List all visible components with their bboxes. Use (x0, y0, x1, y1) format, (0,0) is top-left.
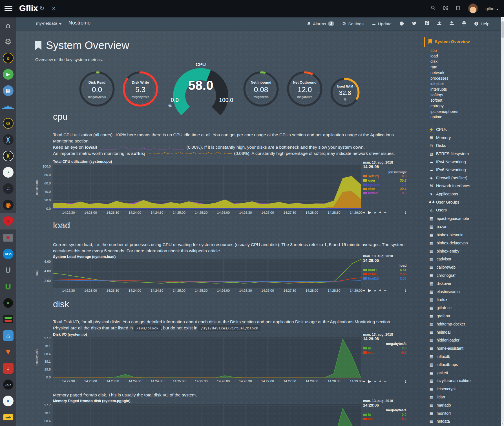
nav-app-item[interactable]: ▦ influxdb (428, 353, 499, 361)
refresh-icon[interactable]: ↻ (39, 0, 45, 17)
jackett-icon[interactable]: ⊙ (0, 115, 16, 131)
nav-app-item[interactable]: ▦ bazarr (428, 223, 499, 231)
zoom-in-icon[interactable]: + (379, 210, 381, 215)
nav-app-item[interactable]: ▦ monitorr (428, 409, 499, 417)
search-icon[interactable] (431, 5, 436, 12)
server-dropdown[interactable]: my-netdata (36, 21, 61, 26)
gitlab-icon[interactable]: ▼ (0, 344, 16, 360)
gauge-used-ram[interactable]: Used RAM 32.8 % (330, 77, 361, 108)
fullscreen-icon[interactable] (443, 5, 448, 12)
scrollbar-thumb[interactable] (501, 21, 504, 38)
nav-app-item[interactable]: ▦ elasticsearch (428, 287, 499, 296)
nav-subitem[interactable]: load (430, 53, 498, 59)
nav-section[interactable]: ⊟ Disks (428, 142, 499, 150)
legend-row[interactable]: in 0.0 (363, 346, 406, 350)
zoom-in-icon[interactable]: + (379, 379, 381, 383)
facebook-icon[interactable] (425, 21, 429, 26)
gauge-net-inbound[interactable]: Net Inbound 0.08 megabits/s (242, 70, 280, 108)
pan-forward-icon[interactable]: » (374, 379, 376, 383)
nav-subitem[interactable]: cpu (430, 48, 498, 53)
download-icon[interactable] (437, 21, 442, 26)
nav-app-item[interactable]: ▦ home-assistant (428, 344, 499, 353)
nav-subitem[interactable]: softirqs (430, 92, 498, 98)
zoom-in-icon[interactable]: + (379, 288, 381, 293)
nav-app-item[interactable]: ▦ netdata (428, 417, 499, 425)
nav-app-item[interactable]: ▦ chronograf (428, 271, 499, 280)
settings-gear-icon[interactable]: ⚙ (0, 34, 16, 50)
gauge-net-outbound[interactable]: Net Outbound 12.0 megabits/s (286, 70, 323, 108)
legend-row[interactable]: iowait 0.0 (363, 191, 406, 195)
nav-app-item[interactable]: ▦ lazylibrarian-calibre (428, 377, 499, 385)
nav-section[interactable]: ♥ Applications (428, 190, 499, 198)
legend-row[interactable]: load1 6.51 (363, 268, 406, 272)
nav-app-item[interactable]: ▦ hiddenloader (428, 336, 499, 344)
lazylibrarian-icon[interactable]: LAZY (0, 376, 16, 393)
pan-backward-icon[interactable]: « (363, 210, 365, 215)
legend-row[interactable]: load15 2.06 (363, 276, 406, 280)
app-x-blue-icon[interactable]: ╳ (0, 131, 16, 148)
monitorr-icon[interactable] (0, 311, 16, 327)
resize-icon[interactable]: ↕ (404, 379, 406, 383)
home-icon[interactable]: ⌂ (0, 17, 16, 34)
nav-subitem[interactable]: disk (430, 59, 498, 64)
update-button[interactable]: ☁Update (371, 21, 392, 27)
pan-forward-icon[interactable]: » (374, 288, 376, 293)
nav-subitem[interactable]: uptime (430, 114, 498, 120)
pan-backward-icon[interactable]: « (363, 379, 365, 383)
upload-icon[interactable] (449, 21, 454, 26)
sabnzbd-icon[interactable]: sab (0, 409, 16, 425)
nav-app-item[interactable]: ▦ mariadb (428, 401, 499, 409)
nav-app-item[interactable]: ▦ influxdb-ups (428, 360, 499, 369)
nav-app-item[interactable]: ▦ lidarr (428, 393, 499, 401)
user-menu[interactable]: gilbn (485, 6, 498, 11)
zoom-out-icon[interactable]: − (384, 210, 386, 215)
tautulli-icon[interactable]: » (0, 50, 16, 66)
nav-app-item[interactable]: ▦ jackett (428, 369, 499, 377)
github-icon[interactable] (399, 21, 404, 27)
nav-section[interactable]: ♟♟ User Groups (428, 198, 499, 206)
unifi-icon[interactable]: U (0, 262, 16, 278)
nav-subitem[interactable]: entropy (430, 103, 498, 109)
legend-row[interactable]: system 2.3 (363, 182, 406, 187)
nav-app-item[interactable]: ▦ binhex-delugevpn (428, 239, 499, 247)
nav-subitem[interactable]: softnet (430, 98, 498, 103)
legend-row[interactable]: nice 20.4 (363, 187, 406, 191)
nav-section[interactable]: ♙ Users (428, 206, 499, 214)
nextcloud-icon[interactable]: oOo (0, 246, 16, 262)
cpu-chart[interactable] (53, 165, 361, 210)
nav-subitem[interactable]: ram (430, 64, 498, 70)
nav-system-overview[interactable]: System Overview (428, 39, 470, 44)
duplicati-icon[interactable]: ◔ (0, 164, 16, 180)
pgpgio-chart[interactable] (53, 404, 361, 426)
zoom-out-icon[interactable]: − (384, 379, 386, 383)
twitter-icon[interactable] (412, 21, 417, 27)
disk-chart[interactable] (53, 337, 361, 378)
legend-row[interactable]: load5 2.68 (363, 272, 406, 276)
settings-button[interactable]: ⚙Settings (342, 21, 363, 27)
nav-app-item[interactable]: ▦ hddtemp-docker (428, 320, 499, 328)
nav-section[interactable]: ▧ BTRFS filesystem (428, 150, 499, 158)
nav-section[interactable]: ☁ IPv6 Networking (428, 166, 499, 174)
youtube-dl-icon[interactable]: ↓ (0, 360, 16, 376)
legend-row[interactable]: user 35.3 (363, 178, 406, 182)
print-icon[interactable] (462, 21, 467, 26)
nav-section[interactable]: ◈ Firewall (netfilter) (428, 174, 499, 182)
nav-subitem[interactable]: ipc semaphores (430, 109, 498, 115)
scroll-down-button[interactable]: ▼ (501, 422, 504, 426)
alarms-button[interactable]: Alarms 2 (307, 21, 334, 26)
user-avatar[interactable] (468, 3, 478, 14)
nav-section[interactable]: ⚡ CPUs (428, 126, 499, 134)
airsonic-icon[interactable]: ▂▅▇▅▂ (0, 99, 16, 115)
legend-row[interactable]: softirq 0.0 (363, 174, 406, 178)
home-assistant-icon[interactable]: ⌂ (0, 327, 16, 344)
close-icon[interactable]: × (52, 0, 56, 17)
pan-forward-icon[interactable]: » (374, 210, 376, 215)
legend-row[interactable]: out -5.3 (363, 350, 406, 354)
nav-app-item[interactable]: ▦ cadvisor (428, 255, 499, 263)
nav-subitem[interactable]: interrupts (430, 87, 498, 92)
nav-app-item[interactable]: ▦ letsencrypt (428, 385, 499, 393)
nav-app-item[interactable]: ▦ apacheguacamole (428, 215, 499, 223)
play-icon[interactable]: ▶ (368, 379, 371, 383)
nav-app-item[interactable]: ▦ gitlab-ce (428, 304, 499, 312)
resize-icon[interactable]: ↕ (404, 210, 406, 215)
